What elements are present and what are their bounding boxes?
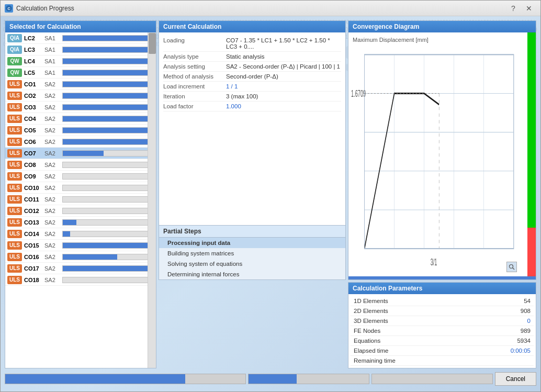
list-item[interactable]: ULSCO16SA2 — [5, 251, 156, 263]
row-progress-fill — [63, 254, 117, 260]
info-label: Load factor — [163, 103, 226, 109]
row-progress-fill — [63, 82, 153, 87]
list-item[interactable]: ULSCO13SA2 — [5, 217, 156, 228]
progress-bar-2 — [248, 374, 369, 384]
window-title: Calculation Progress — [16, 5, 506, 12]
list-item[interactable]: QIALC2SA1 — [5, 32, 156, 44]
list-item[interactable]: QWLC5SA1 — [5, 67, 156, 79]
param-row: 2D Elements908 — [351, 306, 534, 316]
info-row: Method of analysisSecond-order (P-Δ) — [163, 72, 341, 82]
type-badge: ULS — [7, 184, 22, 192]
type-badge: QW — [7, 69, 22, 77]
list-item[interactable]: ULSCO15SA2 — [5, 240, 156, 251]
type-badge: ULS — [7, 80, 22, 88]
combination-name: LC5 — [24, 70, 42, 76]
combination-name: CO11 — [24, 196, 42, 203]
info-value: 3 (max 100) — [226, 93, 341, 99]
type-badge: ULS — [7, 161, 22, 169]
combination-name: CO9 — [24, 173, 42, 180]
param-row: Elapsed time0:00:05 — [351, 346, 534, 356]
svg-text:1.6709: 1.6709 — [351, 87, 366, 99]
analysis-setting: SA2 — [44, 185, 60, 191]
info-label: Load increment — [163, 83, 226, 89]
combination-name: CO7 — [24, 150, 42, 156]
row-progress-fill — [63, 59, 153, 64]
info-row: Analysis typeStatic analysis — [163, 52, 341, 62]
type-badge: ULS — [7, 241, 22, 250]
analysis-setting: SA2 — [44, 173, 60, 180]
step-row: Building system matrices — [159, 248, 345, 259]
convergence-panel: Convergence Diagram Maximum Displacement… — [348, 20, 536, 280]
analysis-setting: SA2 — [44, 150, 60, 156]
type-badge: ULS — [7, 92, 22, 100]
param-value: 989 — [521, 328, 531, 334]
list-item[interactable]: ULSCO5SA2 — [5, 125, 156, 136]
app-icon: C — [5, 4, 13, 13]
list-item[interactable]: ULSCO10SA2 — [5, 182, 156, 194]
type-badge: ULS — [7, 230, 22, 238]
title-controls: ? ✕ — [506, 3, 536, 14]
analysis-setting: SA1 — [44, 35, 60, 41]
list-item[interactable]: ULSCO2SA2 — [5, 90, 156, 102]
right-top: Current Calculation LoadingCO7 - 1.35 * … — [159, 20, 536, 280]
type-badge: ULS — [7, 138, 22, 146]
main-content: 1100010100110100101001000101010010100010… — [1, 16, 540, 391]
scrollbar[interactable] — [148, 32, 156, 368]
list-item[interactable]: ULSCO4SA2 — [5, 113, 156, 125]
row-progress-bar — [62, 150, 154, 156]
row-progress-fill — [63, 266, 153, 271]
cancel-button[interactable]: Cancel — [495, 372, 536, 386]
type-badge: ULS — [7, 276, 22, 284]
svg-rect-2 — [365, 54, 514, 249]
progress-fill-1 — [5, 374, 185, 384]
info-value: CO7 - 1.35 * LC1 + 1.50 * LC2 + 1.50 * L… — [226, 37, 341, 50]
left-panel-content: QIALC2SA1QIALC3SA1QWLC4SA1QWLC5SA1ULSCO1… — [5, 32, 156, 368]
combination-name: CO18 — [24, 277, 42, 283]
row-progress-bar — [62, 70, 154, 76]
zoom-icon[interactable] — [506, 262, 517, 272]
list-item[interactable]: ULSCO1SA2 — [5, 79, 156, 90]
list-item[interactable]: ULSCO12SA2 — [5, 205, 156, 217]
analysis-setting: SA2 — [44, 219, 60, 226]
list-item[interactable]: ULSCO18SA2 — [5, 274, 156, 286]
combination-name: LC4 — [24, 58, 42, 64]
combination-name: CO6 — [24, 139, 42, 145]
calculation-list[interactable]: QIALC2SA1QIALC3SA1QWLC4SA1QWLC5SA1ULSCO1… — [5, 32, 156, 368]
row-progress-bar — [62, 127, 154, 133]
list-item[interactable]: ULSCO8SA2 — [5, 159, 156, 171]
list-item[interactable]: ULSCO11SA2 — [5, 194, 156, 205]
row-progress-bar — [62, 81, 154, 87]
list-item[interactable]: ULSCO6SA2 — [5, 136, 156, 148]
row-progress-fill — [63, 139, 153, 144]
combination-name: CO14 — [24, 231, 42, 237]
list-item[interactable]: QIALC3SA1 — [5, 44, 156, 55]
row-progress-bar — [62, 58, 154, 64]
info-value: Static analysis — [226, 53, 341, 60]
info-label: Loading — [163, 37, 226, 43]
list-item[interactable]: ULSCO7SA2 — [5, 148, 156, 159]
param-row: 3D Elements0 — [351, 316, 534, 326]
type-badge: QW — [7, 57, 22, 65]
row-progress-fill — [63, 105, 153, 110]
help-button[interactable]: ? — [506, 3, 521, 14]
analysis-setting: SA2 — [44, 93, 60, 99]
analysis-setting: SA1 — [44, 47, 60, 53]
list-item[interactable]: ULSCO14SA2 — [5, 228, 156, 240]
param-label: 3D Elements — [354, 318, 527, 324]
step-row: Solving system of equations — [159, 259, 345, 269]
list-item[interactable]: ULSCO3SA2 — [5, 102, 156, 113]
info-label: Analysis setting — [163, 63, 226, 70]
scroll-thumb[interactable] — [149, 33, 156, 54]
list-item[interactable]: ULSCO9SA2 — [5, 171, 156, 182]
list-item[interactable]: QWLC4SA1 — [5, 55, 156, 67]
step-row: Determining internal forces — [159, 269, 345, 279]
close-button[interactable]: ✕ — [522, 3, 536, 14]
combination-name: CO15 — [24, 242, 42, 249]
combination-name: CO12 — [24, 208, 42, 214]
row-progress-fill — [63, 231, 70, 237]
param-row: Remaining time — [351, 356, 534, 366]
combination-name: CO5 — [24, 127, 42, 133]
partial-steps-header: Partial Steps — [159, 225, 345, 238]
list-item[interactable]: ULSCO17SA2 — [5, 263, 156, 274]
left-panel: Selected for Calculation QIALC2SA1QIALC3… — [5, 20, 156, 368]
